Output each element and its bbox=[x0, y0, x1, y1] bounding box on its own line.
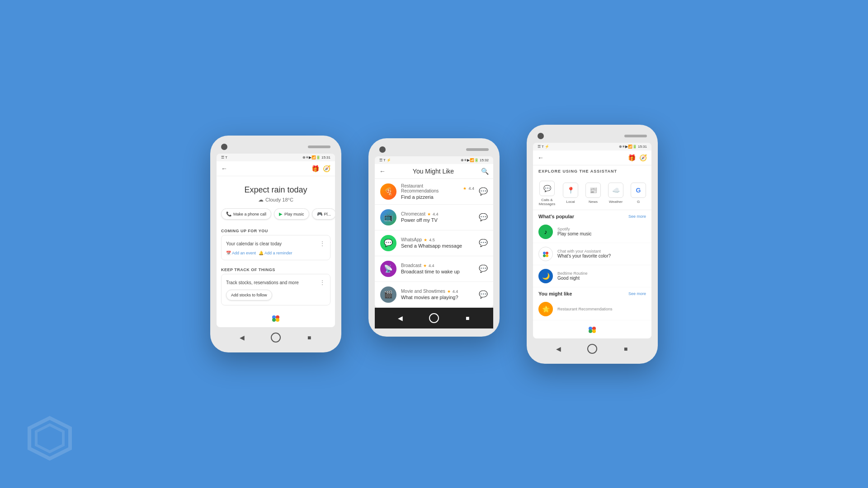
see-more-popular-button[interactable]: See more bbox=[628, 214, 646, 219]
p3-home-nav[interactable] bbox=[587, 344, 597, 354]
p2-status-right: ⊕✳▶📶🔋 15:32 bbox=[461, 158, 489, 162]
phone-3-bottom-nav: ◀ ■ bbox=[533, 338, 651, 356]
phone-2-content: 🍕 Restaurant Recommendations ★ 4.4 Find … bbox=[375, 179, 493, 308]
weather-subtitle: ☁ Cloudy 18°C bbox=[221, 197, 330, 203]
app-list-item-chromecast[interactable]: 📺 Chromecast ★ 4.4 Power off my TV 💬 bbox=[375, 205, 493, 230]
svg-point-10 bbox=[589, 329, 592, 333]
home-nav-button[interactable] bbox=[271, 333, 281, 343]
phone-3-status-bar: ☰ T ⚡ ⊕✳▶📶🔋 15:31 bbox=[533, 143, 651, 150]
add-stocks-label: Add stocks to follow bbox=[231, 293, 267, 297]
music-icon: ▶ bbox=[279, 211, 283, 216]
weather-label: Weather bbox=[609, 200, 623, 204]
phone-1-status-bar: ☰ T ⊕✳▶📶🔋 15:31 bbox=[217, 154, 335, 161]
app-list-item-restaurant[interactable]: 🍕 Restaurant Recommendations ★ 4.4 Find … bbox=[375, 179, 493, 205]
restaurant-app-icon: 🍕 bbox=[380, 183, 396, 200]
movies-chat-icon[interactable]: 💬 bbox=[479, 290, 488, 299]
restaurant-chat-icon[interactable]: 💬 bbox=[479, 187, 488, 196]
recents-nav-button[interactable]: ■ bbox=[305, 333, 314, 342]
add-reminder-label: Add a reminder bbox=[264, 251, 292, 255]
restaurant-app-name: Restaurant Recommendations bbox=[401, 183, 461, 193]
back-icon[interactable]: ← bbox=[221, 165, 227, 172]
phone-call-button[interactable]: 📞 Make a phone call bbox=[221, 208, 271, 220]
assistant-mic-area bbox=[217, 309, 335, 327]
see-more-might-like-button[interactable]: See more bbox=[628, 291, 646, 296]
whatsapp-chat-icon[interactable]: 💬 bbox=[479, 239, 488, 247]
chromecast-app-name: Chromecast bbox=[401, 211, 425, 216]
restaurant-explore-info: Restaurant Recommendations bbox=[557, 307, 646, 311]
add-stocks-button[interactable]: Add stocks to follow bbox=[226, 290, 272, 300]
broadcast-chat-icon[interactable]: 💬 bbox=[479, 264, 488, 273]
assistant-explore-info: Chat with your Assistant What's your fav… bbox=[557, 249, 646, 258]
play-music-button[interactable]: ▶ Play music bbox=[274, 208, 309, 220]
phone-call-label: Make a phone call bbox=[233, 212, 266, 216]
back-nav-button[interactable]: ◀ bbox=[238, 333, 247, 342]
app-list-item-whatsapp[interactable]: 💬 WhatsApp ★ 4.5 Send a Whatsapp message… bbox=[375, 230, 493, 256]
category-weather[interactable]: ☁️ Weather bbox=[608, 183, 623, 204]
more-options-icon[interactable]: ⋮ bbox=[319, 240, 326, 247]
explore-item-spotify[interactable]: ♪ Spotify Play some music bbox=[533, 221, 651, 243]
p2-recents-nav[interactable]: ■ bbox=[463, 314, 472, 323]
phone-1-content: Expect rain today ☁ Cloudy 18°C 📞 Make a… bbox=[217, 176, 335, 327]
spotify-explore-action: Play some music bbox=[557, 231, 646, 236]
add-reminder-button[interactable]: 🔔 Add a reminder bbox=[259, 251, 292, 255]
p2-back-nav[interactable]: ◀ bbox=[396, 314, 405, 323]
phone-3-top bbox=[533, 133, 651, 139]
p3-signal: ⊕✳▶📶🔋 bbox=[619, 145, 637, 149]
more-action-button[interactable]: 🎮 Pl... bbox=[312, 208, 335, 220]
spotify-explore-info: Spotify Play some music bbox=[557, 227, 646, 236]
phone-1-camera bbox=[221, 144, 227, 150]
category-more[interactable]: G G bbox=[631, 183, 646, 204]
local-label: Local bbox=[566, 200, 575, 204]
add-event-button[interactable]: 📅 Add an event bbox=[226, 251, 256, 255]
explore-item-bedtime[interactable]: 🌙 Bedtime Routine Good night bbox=[533, 265, 651, 287]
weather-icon-box: ☁️ bbox=[608, 183, 623, 198]
news-label: News bbox=[589, 200, 598, 204]
bedtime-explore-info: Bedtime Routine Good night bbox=[557, 271, 646, 281]
p2-back-icon[interactable]: ← bbox=[379, 168, 386, 175]
coming-up-header: COMING UP FOR YOU bbox=[217, 225, 335, 235]
category-news[interactable]: 📰 News bbox=[585, 183, 601, 204]
phone-3-content: EXPLORE USING THE ASSISTANT 💬 Calls & Me… bbox=[533, 165, 651, 338]
gift-icon[interactable]: 🎁 bbox=[311, 165, 319, 172]
explore-item-restaurant[interactable]: 🌟 Restaurant Recommendations bbox=[533, 298, 651, 320]
compass-icon[interactable]: 🧭 bbox=[323, 165, 330, 172]
p3-status-left: ☰ T ⚡ bbox=[538, 145, 549, 149]
restaurant-name-row: Restaurant Recommendations ★ 4.4 bbox=[401, 183, 474, 193]
p3-back-icon[interactable]: ← bbox=[538, 154, 544, 161]
p2-search-icon[interactable]: 🔍 bbox=[481, 168, 489, 175]
chromecast-star: ★ bbox=[427, 212, 431, 216]
news-icon-box: 📰 bbox=[585, 183, 601, 198]
p2-time: 15:32 bbox=[480, 158, 489, 162]
p2-home-nav[interactable] bbox=[429, 313, 439, 323]
category-calls[interactable]: 💬 Calls & Messages bbox=[538, 181, 556, 206]
whats-popular-title: What's popular bbox=[538, 214, 574, 219]
svg-point-2 bbox=[272, 318, 276, 322]
movies-app-icon: 🎬 bbox=[380, 286, 396, 303]
movies-app-name: Movie and Showtimes bbox=[401, 289, 445, 294]
whatsapp-app-name: WhatsApp bbox=[401, 237, 422, 242]
p3-recents-nav[interactable]: ■ bbox=[621, 344, 630, 353]
category-row: 💬 Calls & Messages 📍 Local 📰 News ☁️ Wea… bbox=[533, 177, 651, 210]
app-list-item-broadcast[interactable]: 📡 Broadcast ★ 4.4 Broadcast time to wake… bbox=[375, 256, 493, 282]
track-more-icon[interactable]: ⋮ bbox=[319, 279, 326, 286]
category-local[interactable]: 📍 Local bbox=[563, 183, 578, 204]
explore-item-assistant[interactable]: Chat with your Assistant What's your fav… bbox=[533, 243, 651, 265]
restaurant-action: Find a pizzeria bbox=[401, 194, 474, 200]
chromecast-chat-icon[interactable]: 💬 bbox=[479, 213, 488, 221]
phone-2-nav-bar: ← You Might Like 🔍 bbox=[375, 164, 493, 179]
calls-label: Calls & Messages bbox=[538, 198, 556, 206]
p3-back-nav[interactable]: ◀ bbox=[554, 344, 563, 353]
app-list-item-movies[interactable]: 🎬 Movie and Showtimes ★ 4.4 What movies … bbox=[375, 282, 493, 308]
chromecast-rating: 4.4 bbox=[433, 212, 439, 216]
movies-rating: 4.4 bbox=[453, 289, 458, 294]
p3-gift-icon[interactable]: 🎁 bbox=[628, 154, 636, 161]
chromecast-app-info: Chromecast ★ 4.4 Power off my TV bbox=[401, 211, 474, 223]
spotify-explore-name: Spotify bbox=[557, 227, 646, 231]
add-event-label: Add an event bbox=[232, 251, 256, 255]
quick-actions-row: 📞 Make a phone call ▶ Play music 🎮 Pl... bbox=[217, 208, 335, 225]
p3-compass-icon[interactable]: 🧭 bbox=[639, 154, 647, 161]
whatsapp-rating: 4.5 bbox=[429, 238, 435, 242]
more-icon-box: G bbox=[631, 183, 646, 198]
restaurant-rating: 4.4 bbox=[468, 186, 474, 191]
svg-point-6 bbox=[543, 254, 546, 257]
